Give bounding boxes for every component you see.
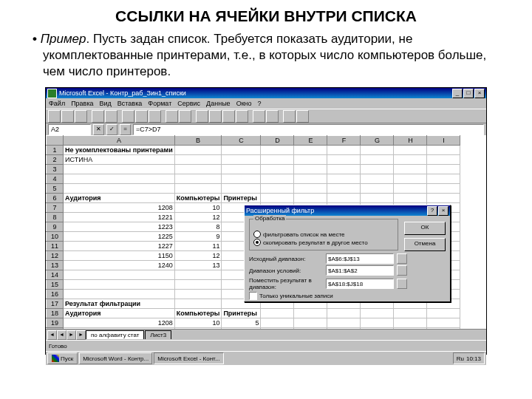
column-header[interactable]: I (427, 136, 460, 146)
dialog-titlebar[interactable]: Расширенный фильтр ? × (245, 205, 450, 216)
cell[interactable] (174, 155, 222, 165)
taskbar-item[interactable]: Microsoft Word - Контр... (79, 352, 152, 364)
menu-data[interactable]: Данные (206, 100, 231, 107)
cell[interactable] (361, 328, 394, 330)
cell[interactable] (361, 318, 394, 328)
zoom-icon[interactable] (283, 110, 296, 123)
cell[interactable] (394, 328, 427, 330)
new-icon[interactable] (48, 110, 61, 123)
cell[interactable]: 13 (174, 261, 222, 270)
cell[interactable] (64, 165, 175, 174)
cell[interactable]: 10 (174, 203, 222, 213)
cell[interactable]: Принтеры (222, 309, 261, 318)
cell[interactable] (174, 146, 222, 155)
column-header[interactable]: F (327, 136, 361, 146)
tab-first-icon[interactable]: ◄ (47, 330, 57, 340)
cell[interactable]: 1223 (64, 222, 175, 232)
cell[interactable]: 5 (222, 328, 261, 330)
row-header[interactable]: 7 (47, 203, 64, 213)
cell[interactable] (361, 309, 394, 318)
radio-copy-elsewhere[interactable]: скопировать результат в другое место (253, 239, 394, 246)
cell[interactable] (261, 309, 294, 318)
row-header[interactable]: 13 (47, 261, 64, 270)
unique-records-checkbox[interactable]: Только уникальные записи (249, 292, 446, 300)
row-header[interactable]: 16 (47, 290, 64, 299)
cell[interactable] (64, 290, 175, 299)
cell[interactable] (394, 165, 427, 174)
cell[interactable]: Компьютеры (174, 194, 222, 203)
cell[interactable] (427, 184, 460, 194)
list-range-input[interactable]: $A$6:$J$13 (326, 253, 394, 264)
column-header[interactable]: B (174, 136, 222, 146)
cell[interactable] (427, 309, 460, 318)
cell[interactable] (327, 165, 361, 174)
row-header[interactable]: 3 (47, 165, 64, 174)
tab-last-icon[interactable]: ► (76, 330, 86, 340)
cell[interactable] (294, 318, 327, 328)
cell[interactable] (327, 318, 361, 328)
cell[interactable] (427, 146, 460, 155)
cell[interactable] (261, 194, 294, 203)
column-header[interactable]: H (394, 136, 427, 146)
row-header[interactable]: 9 (47, 222, 64, 232)
cell[interactable] (361, 146, 394, 155)
sheet-tab[interactable]: по алфавиту стат (86, 330, 144, 339)
cell[interactable] (294, 309, 327, 318)
column-header[interactable] (47, 136, 64, 146)
cell[interactable]: 1221 (64, 213, 175, 222)
cell[interactable] (427, 318, 460, 328)
cut-icon[interactable] (122, 110, 134, 123)
cell[interactable] (361, 155, 394, 165)
range-picker-icon[interactable] (397, 279, 407, 289)
cell[interactable] (427, 328, 460, 330)
help-icon[interactable] (296, 110, 309, 123)
cell[interactable] (327, 328, 361, 330)
row-header[interactable]: 14 (47, 270, 64, 280)
cell[interactable]: 10 (174, 318, 222, 328)
paste-icon[interactable] (149, 110, 161, 123)
enter-formula-icon[interactable]: ✓ (106, 124, 117, 135)
cell[interactable] (327, 194, 361, 203)
cell[interactable] (222, 184, 261, 194)
cell[interactable]: 1227 (64, 242, 175, 251)
cell[interactable] (222, 174, 261, 184)
cell[interactable] (174, 184, 222, 194)
menu-view[interactable]: Вид (100, 100, 112, 107)
menu-edit[interactable]: Правка (71, 100, 93, 107)
radio-filter-inplace[interactable]: фильтровать список на месте (253, 231, 394, 238)
redo-icon[interactable] (179, 110, 191, 123)
cell[interactable] (394, 194, 427, 203)
map-icon[interactable] (266, 110, 279, 123)
preview-icon[interactable] (105, 110, 117, 123)
range-picker-icon[interactable] (397, 253, 407, 264)
cell[interactable] (261, 184, 294, 194)
row-header[interactable]: 10 (47, 232, 64, 242)
column-header[interactable]: E (294, 136, 327, 146)
cell[interactable]: Компьютеры (174, 309, 222, 318)
criteria-range-input[interactable]: $A$1:$A$2 (326, 265, 394, 276)
cell[interactable] (361, 194, 394, 203)
cell[interactable]: Не укомплектованы принтерами (64, 146, 175, 155)
row-header[interactable]: 4 (47, 174, 64, 184)
cell[interactable] (174, 280, 222, 290)
row-header[interactable]: 5 (47, 184, 64, 194)
dialog-close-button[interactable]: × (438, 206, 449, 216)
cell[interactable] (261, 318, 294, 328)
cell[interactable] (64, 280, 175, 290)
minimize-button[interactable]: _ (452, 89, 463, 98)
print-icon[interactable] (92, 110, 104, 123)
cell[interactable] (64, 184, 175, 194)
cell[interactable]: 1208 (64, 318, 175, 328)
save-icon[interactable] (75, 110, 87, 123)
cell[interactable] (427, 155, 460, 165)
row-header[interactable]: 12 (47, 251, 64, 261)
taskbar-item[interactable]: Microsoft Excel - Конт... (154, 352, 223, 364)
cell[interactable]: Аудитория (64, 194, 175, 203)
cell[interactable] (174, 165, 222, 174)
cell[interactable] (64, 270, 175, 280)
cell[interactable] (222, 165, 261, 174)
fx-icon[interactable] (209, 110, 222, 123)
cell[interactable] (261, 146, 294, 155)
sum-icon[interactable] (196, 110, 208, 123)
cell[interactable] (327, 146, 361, 155)
